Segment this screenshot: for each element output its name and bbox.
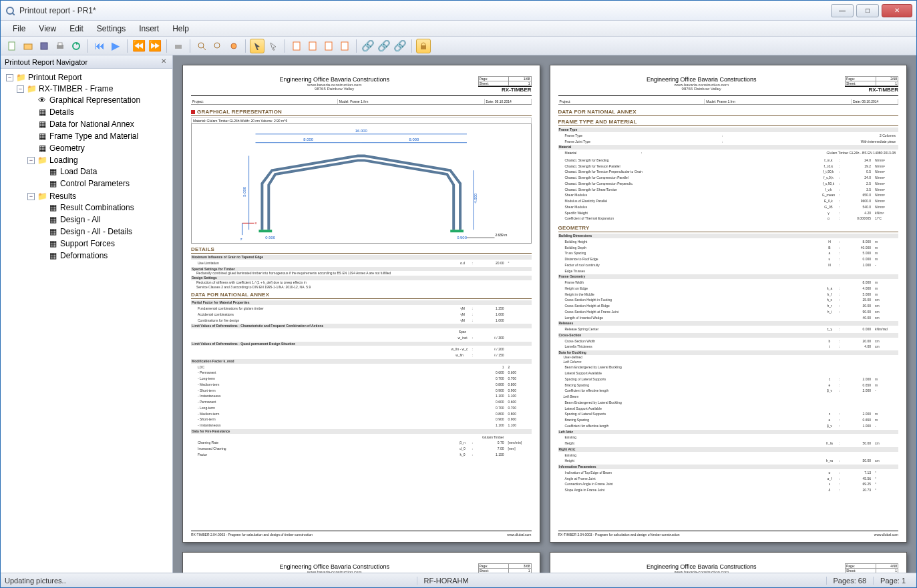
folder-icon: 📁: [37, 156, 47, 165]
tree-loading[interactable]: Loading: [49, 156, 78, 165]
navigator-tree[interactable]: −📁Printout Report −📁RX-TIMBER - Frame 👁G…: [1, 69, 172, 573]
app-icon: [5, 5, 15, 16]
tool-next-icon[interactable]: ⏩: [148, 39, 162, 53]
navigator-close-icon[interactable]: ✕: [159, 57, 168, 67]
section-title: FRAME TYPE AND MATERIAL: [558, 119, 899, 126]
tool-doc3-icon[interactable]: [321, 39, 336, 53]
titlebar[interactable]: Printout report - PR1* ― □ ✕: [1, 1, 916, 21]
document-area[interactable]: Engineering Office Bavaria Constructions…: [173, 55, 916, 573]
status-pages: Pages: 68: [826, 577, 874, 585]
tool-first-icon[interactable]: ⏮: [92, 39, 107, 53]
tool-gear-icon[interactable]: [226, 39, 241, 53]
header-company: Engineering Office Bavaria Constructions: [191, 76, 478, 83]
diagram-caption: Material: Glulam Timber GL24h Width: 20 …: [191, 117, 532, 123]
tool-lock-icon[interactable]: [416, 39, 431, 53]
tree-toggle-icon[interactable]: −: [6, 74, 13, 81]
header-addr: 98765 Rainbow Valley: [191, 87, 478, 91]
minimize-button[interactable]: ―: [831, 4, 854, 17]
close-button[interactable]: ✕: [882, 4, 912, 17]
svg-rect-17: [421, 45, 426, 49]
tree-results[interactable]: Results: [49, 192, 76, 201]
tool-prev-icon[interactable]: ⏪: [132, 39, 146, 53]
svg-text:4.000: 4.000: [474, 193, 478, 204]
tree-item[interactable]: Deformations: [60, 251, 108, 260]
svg-line-1: [12, 13, 15, 15]
tree-toggle-icon[interactable]: −: [17, 85, 24, 93]
svg-rect-4: [41, 43, 47, 49]
section-title: GRAPHICAL REPRESENTATION: [197, 109, 282, 115]
window-title: Printout report - PR1*: [19, 6, 828, 15]
svg-text:z: z: [240, 237, 242, 241]
menu-file[interactable]: File: [6, 22, 32, 35]
tool-play-icon[interactable]: ▶: [108, 39, 123, 53]
status-page: Page: 1: [873, 577, 912, 585]
report-page-1[interactable]: Engineering Office Bavaria Constructions…: [182, 65, 540, 543]
tree-item[interactable]: Graphical Representation: [49, 95, 140, 105]
report-page-3[interactable]: Engineering Office Bavaria Constructions…: [182, 552, 540, 573]
grid-icon: ▦: [37, 131, 47, 141]
menu-help[interactable]: Help: [166, 22, 196, 35]
tool-zoom-in-icon[interactable]: [194, 39, 209, 53]
svg-text:0.900: 0.900: [457, 236, 468, 240]
tree-item[interactable]: Details: [49, 107, 74, 117]
grid-icon: ▦: [47, 179, 58, 188]
app-window: Printout report - PR1* ― □ ✕ File View E…: [0, 0, 917, 588]
svg-text:2.639 m: 2.639 m: [495, 234, 507, 237]
tree-item[interactable]: Frame Type and Material: [49, 131, 138, 141]
eye-icon: 👁: [37, 95, 47, 105]
section-title: GEOMETRY: [558, 225, 899, 232]
tree-root[interactable]: Printout Report: [28, 73, 82, 82]
tool-pointer-icon[interactable]: [266, 39, 281, 53]
tool-save-icon[interactable]: [37, 39, 51, 53]
svg-text:8.000: 8.000: [303, 137, 314, 141]
tool-open-icon[interactable]: [21, 39, 35, 53]
svg-rect-24: [258, 230, 272, 232]
navigator-header: Printout Report Navigator ✕: [1, 55, 172, 69]
tool-doc2-icon[interactable]: [305, 39, 320, 53]
tree-toggle-icon[interactable]: −: [27, 157, 35, 164]
grid-icon: ▦: [47, 227, 58, 236]
grid-icon: ▦: [47, 167, 58, 176]
svg-rect-25: [450, 230, 464, 232]
menu-view[interactable]: View: [32, 22, 63, 35]
report-page-4[interactable]: Engineering Office Bavaria Constructions…: [550, 552, 908, 573]
tree-rx[interactable]: RX-TIMBER - Frame: [39, 84, 113, 93]
tree-toggle-icon[interactable]: −: [27, 193, 35, 200]
tree-item[interactable]: Design - All - Details: [60, 227, 132, 236]
tree-item[interactable]: Data for National Annex: [49, 119, 134, 129]
folder-icon: 📁: [26, 84, 37, 93]
svg-rect-3: [24, 44, 32, 49]
svg-point-12: [231, 43, 236, 49]
menu-edit[interactable]: Edit: [63, 22, 90, 35]
grid-icon: ▦: [47, 203, 58, 212]
tree-item[interactable]: Design - All: [60, 215, 101, 224]
svg-rect-8: [175, 45, 182, 49]
tree-item[interactable]: Load Data: [60, 167, 97, 176]
tool-doc1-icon[interactable]: [289, 39, 304, 53]
tool-print-icon[interactable]: [53, 39, 67, 53]
tool-link3-icon[interactable]: 🔗: [393, 39, 407, 53]
tool-doc4-icon[interactable]: [337, 39, 352, 53]
report-page-2[interactable]: Engineering Office Bavaria Constructions…: [550, 65, 908, 543]
frame-diagram: 16.000 8.000 8.000 x z: [191, 123, 532, 244]
menu-insert[interactable]: Insert: [132, 22, 166, 35]
tool-zoom-out-icon[interactable]: [210, 39, 225, 53]
tool-refresh-icon[interactable]: [69, 39, 83, 53]
navigator-panel: Printout Report Navigator ✕ −📁Printout R…: [1, 55, 173, 573]
tree-item[interactable]: Geometry: [49, 143, 85, 153]
svg-rect-15: [325, 42, 332, 50]
tree-item[interactable]: Support Forces: [60, 239, 115, 248]
folder-icon: 📁: [37, 192, 47, 201]
grid-icon: ▦: [47, 239, 58, 248]
tree-item[interactable]: Control Parameters: [60, 179, 130, 188]
tool-link1-icon[interactable]: 🔗: [361, 39, 375, 53]
tool-link2-icon[interactable]: 🔗: [377, 39, 391, 53]
tool-new-icon[interactable]: [5, 39, 19, 53]
tool-select-icon[interactable]: [250, 39, 264, 53]
maximize-button[interactable]: □: [856, 4, 879, 17]
tool-printer-icon[interactable]: [171, 39, 186, 53]
statusbar: Updating pictures.. RF-HORAHM Pages: 68 …: [1, 573, 916, 587]
tree-item[interactable]: Result Combinations: [60, 203, 134, 212]
menu-settings[interactable]: Settings: [90, 22, 132, 35]
navigator-title: Printout Report Navigator: [5, 58, 87, 66]
